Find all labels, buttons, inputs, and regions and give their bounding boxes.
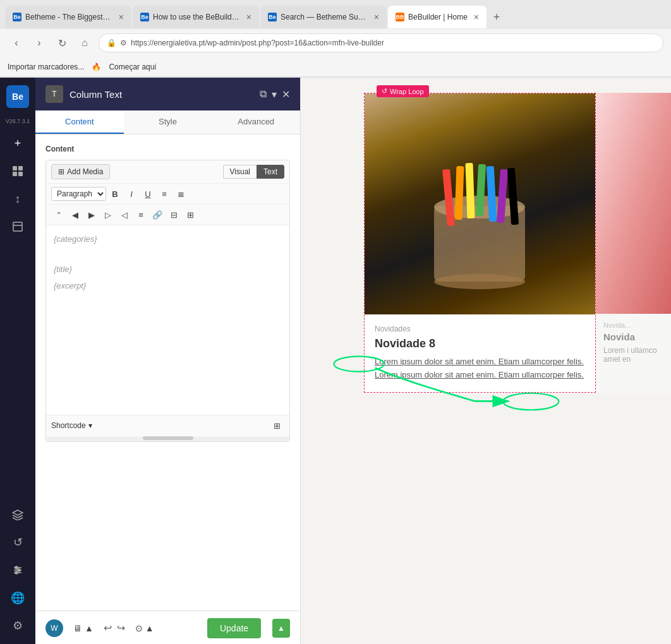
- editor-top-bar: ⊞ Add Media Visual Text: [46, 160, 289, 184]
- editor-panel: T Column Text ⧉ ▾ ✕ Content Style Advanc…: [35, 78, 301, 644]
- partial-card-image: [596, 93, 671, 314]
- tab-advanced[interactable]: Advanced: [212, 110, 300, 134]
- panel-content: Content ⊞ Add Media Visual Text: [35, 134, 300, 611]
- editor-footer: Shortcode ▾ ⊞: [46, 415, 289, 436]
- add-media-button[interactable]: ⊞ Add Media: [51, 164, 110, 179]
- title-var: {title}: [54, 263, 282, 277]
- tab-label-3: Search — Betheme Support For...: [281, 13, 368, 21]
- new-tab-button[interactable]: +: [488, 8, 505, 26]
- tab-favicon-3: Be: [268, 13, 277, 21]
- svg-rect-4: [13, 222, 22, 231]
- bookmark-2[interactable]: Começar aqui: [109, 63, 156, 71]
- device-arrow-icon: ▲: [85, 623, 94, 633]
- visual-text-tabs: Visual Text: [223, 165, 284, 179]
- tab-4[interactable]: BB BeBuilder | Home ×: [388, 6, 487, 28]
- forward-button[interactable]: ›: [30, 34, 48, 52]
- svg-point-11: [15, 571, 18, 574]
- duplicate-icon[interactable]: ⧉: [260, 88, 267, 100]
- align-right-button[interactable]: ▷: [100, 207, 116, 222]
- tab-style[interactable]: Style: [124, 110, 212, 134]
- tab-2[interactable]: Be How to use the BeBuilder? ×: [133, 6, 259, 28]
- tab-close-4[interactable]: ×: [474, 12, 479, 22]
- reload-button[interactable]: ↻: [53, 34, 71, 52]
- blockquote-button[interactable]: ": [51, 207, 66, 222]
- align-justify-button[interactable]: ◁: [117, 207, 132, 222]
- sidebar-icon-globe[interactable]: 🌐: [6, 587, 29, 609]
- sidebar-icon-layout[interactable]: [6, 160, 29, 182]
- sidebar-icon-add[interactable]: +: [6, 132, 29, 155]
- editor-body[interactable]: {categories} {title} {excerpt}: [46, 225, 289, 415]
- close-icon[interactable]: ✕: [282, 88, 290, 100]
- card-body: Novidades Novidade 8 Lorem ipsum dolor s…: [365, 314, 595, 392]
- bold-button[interactable]: B: [107, 186, 123, 201]
- address-input[interactable]: 🔒 ⚙ https://energialetiva.pt/wp-admin/po…: [99, 33, 663, 52]
- tab-close-1[interactable]: ×: [119, 12, 124, 22]
- panel-title: Column Text: [70, 89, 253, 100]
- editor-scrollbar-thumb: [143, 436, 193, 440]
- wrap-loop-badge[interactable]: ↺ Wrap Loop: [377, 85, 429, 97]
- paragraph-select[interactable]: Paragraph: [51, 187, 106, 201]
- editor-area: ⊞ Add Media Visual Text Paragraph B I U: [45, 160, 290, 442]
- tab-favicon-1: Be: [13, 13, 21, 21]
- ul-button[interactable]: ≡: [157, 186, 172, 201]
- url-text: https://energialetiva.pt/wp-admin/post.p…: [131, 39, 384, 47]
- table-button-2[interactable]: ⊞: [183, 207, 198, 222]
- sidebar-icon-section[interactable]: [6, 215, 29, 238]
- wordpress-icon[interactable]: W: [45, 619, 63, 637]
- undo-redo-group: ↩ ↪: [104, 622, 125, 634]
- wrap-loop-label: Wrap Loop: [390, 88, 424, 95]
- bookmark-1[interactable]: Importar marcadores...: [8, 63, 84, 71]
- table-button-1[interactable]: ⊟: [166, 207, 181, 222]
- security-icon: 🔒: [107, 39, 116, 47]
- update-button[interactable]: Update: [207, 618, 261, 638]
- editor-toolbar-1: Paragraph B I U ≡ ≣: [46, 184, 289, 205]
- excerpt-var: {excerpt}: [54, 280, 282, 293]
- sidebar-icon-arrow[interactable]: ↕: [6, 188, 29, 210]
- visual-tab[interactable]: Visual: [223, 165, 257, 179]
- svg-rect-3: [18, 172, 23, 176]
- partial-card-category: Novida...: [603, 321, 663, 329]
- ol-button[interactable]: ≣: [173, 186, 188, 201]
- content-section-label: Content: [45, 145, 290, 153]
- tab-content[interactable]: Content: [35, 110, 124, 134]
- tab-label-1: Betheme - The Biggest WordPr...: [25, 13, 112, 21]
- tab-1[interactable]: Be Betheme - The Biggest WordPr... ×: [5, 6, 131, 28]
- italic-button[interactable]: I: [124, 186, 139, 201]
- update-dropdown-button[interactable]: ▲: [272, 619, 290, 638]
- address-bar: ‹ › ↻ ⌂ 🔒 ⚙ https://energialetiva.pt/wp-…: [0, 29, 671, 57]
- device-selector[interactable]: 🖥 ▲: [73, 623, 94, 633]
- editor-scrollbar[interactable]: [46, 436, 289, 441]
- align-center-button[interactable]: ▶: [84, 207, 99, 222]
- sidebar-icon-layers[interactable]: [6, 503, 29, 526]
- categories-var: {categories}: [54, 233, 282, 246]
- text-tab[interactable]: Text: [257, 165, 284, 179]
- link-button[interactable]: 🔗: [150, 207, 165, 222]
- camera-button[interactable]: ⊙ ▲: [135, 623, 154, 633]
- undo-button[interactable]: ↩: [104, 622, 112, 634]
- underline-button[interactable]: U: [140, 186, 155, 201]
- svg-point-24: [503, 393, 559, 410]
- card-image: [365, 93, 595, 314]
- align-left-button[interactable]: ◀: [68, 207, 83, 222]
- editor-toolbar-2: " ◀ ▶ ▷ ◁ ≡ 🔗 ⊟ ⊞: [46, 205, 289, 225]
- main-card[interactable]: Novidades Novidade 8 Lorem ipsum dolor s…: [364, 93, 596, 393]
- camera-icon: ⊙: [135, 623, 143, 633]
- tab-bar: Be Betheme - The Biggest WordPr... × Be …: [0, 0, 671, 29]
- tab-close-2[interactable]: ×: [246, 12, 251, 22]
- table-shortcode-button[interactable]: ⊞: [269, 418, 284, 433]
- card-title: Novidade 8: [375, 337, 585, 350]
- more-icon[interactable]: ▾: [272, 88, 277, 100]
- sidebar-icon-history[interactable]: ↺: [6, 531, 29, 554]
- panel-actions: ⧉ ▾ ✕: [260, 88, 290, 100]
- bottom-bar: W 🖥 ▲ ↩ ↪ ⊙ ▲ Update ▲: [35, 611, 300, 644]
- back-button[interactable]: ‹: [8, 34, 25, 52]
- shortcode-button[interactable]: Shortcode ▾: [51, 421, 92, 430]
- indent-button[interactable]: ≡: [133, 207, 148, 222]
- sidebar-icon-sliders[interactable]: [6, 559, 29, 581]
- tab-3[interactable]: Be Search — Betheme Support For... ×: [260, 6, 387, 28]
- home-button[interactable]: ⌂: [76, 34, 94, 52]
- sidebar-icon-gear[interactable]: ⚙: [6, 614, 29, 637]
- redo-button[interactable]: ↪: [117, 622, 125, 634]
- tab-close-3[interactable]: ×: [374, 12, 379, 22]
- panel-header: T Column Text ⧉ ▾ ✕: [35, 78, 300, 110]
